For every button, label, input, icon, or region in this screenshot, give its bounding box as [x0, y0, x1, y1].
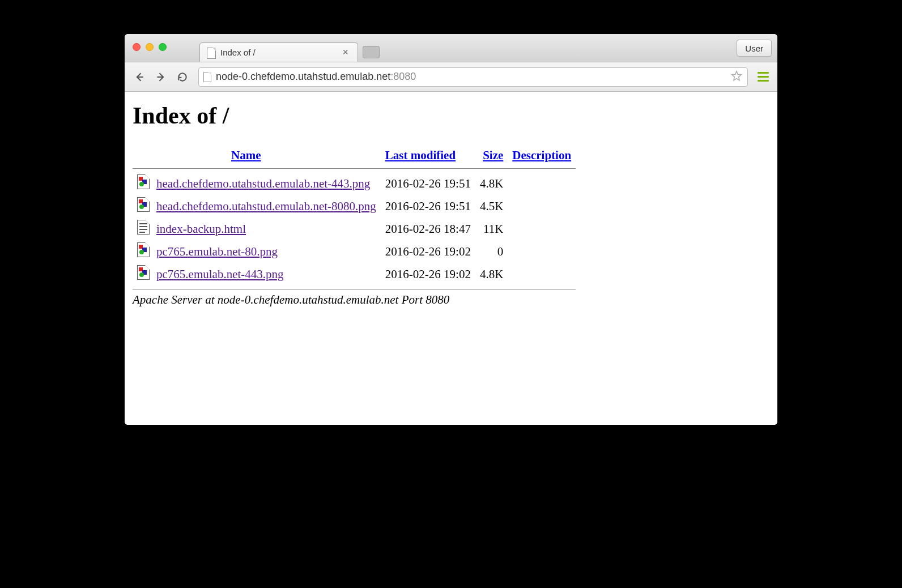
- text-file-icon: [137, 220, 150, 235]
- divider: [133, 168, 576, 169]
- bookmark-button[interactable]: [730, 70, 743, 84]
- address-bar[interactable]: node-0.chefdemo.utahstud.emulab.net:8080: [198, 67, 748, 87]
- window-minimize-button[interactable]: [146, 43, 154, 51]
- page-content: Index of / Name Last modified Size Descr…: [125, 92, 777, 425]
- file-description: [508, 195, 576, 218]
- reload-icon: [177, 71, 188, 83]
- window-zoom-button[interactable]: [159, 43, 167, 51]
- back-button[interactable]: [130, 68, 148, 86]
- file-link[interactable]: pc765.emulab.net-80.png: [156, 245, 278, 258]
- file-modified: 2016-02-26 19:51: [381, 172, 475, 195]
- file-link[interactable]: head.chefdemo.utahstud.emulab.net-443.pn…: [156, 177, 370, 190]
- window-close-button[interactable]: [133, 43, 141, 51]
- window-controls: [133, 43, 167, 51]
- arrow-left-icon: [134, 71, 145, 83]
- forward-button[interactable]: [152, 68, 170, 86]
- file-icon: [203, 72, 211, 82]
- image-file-icon: [137, 197, 150, 212]
- file-description: [508, 172, 576, 195]
- file-size: 4.8K: [475, 263, 508, 286]
- table-row: index-backup.html2016-02-26 18:4711K: [133, 218, 576, 240]
- sort-by-size-link[interactable]: Size: [483, 148, 503, 162]
- file-link[interactable]: index-backup.html: [156, 222, 246, 236]
- column-header-description: Description: [508, 146, 576, 165]
- new-tab-button[interactable]: [363, 46, 380, 58]
- image-file-icon: [137, 265, 150, 280]
- table-row: pc765.emulab.net-443.png2016-02-26 19:02…: [133, 263, 576, 286]
- file-modified: 2016-02-26 19:51: [381, 195, 475, 218]
- file-link[interactable]: head.chefdemo.utahstud.emulab.net-8080.p…: [156, 199, 376, 213]
- user-profile-label: User: [745, 44, 763, 53]
- divider: [133, 289, 576, 289]
- page-title: Index of /: [133, 102, 769, 129]
- file-description: [508, 263, 576, 286]
- hamburger-icon: [758, 72, 769, 74]
- browser-window: Index of / × User node-0.chefdemo.utahst…: [125, 34, 777, 425]
- table-header-row: Name Last modified Size Description: [133, 146, 576, 165]
- file-modified: 2016-02-26 19:02: [381, 263, 475, 286]
- file-modified: 2016-02-26 18:47: [381, 218, 475, 240]
- tab-strip: Index of / ×: [199, 34, 380, 62]
- star-icon: [730, 70, 743, 82]
- file-size: 11K: [475, 218, 508, 240]
- server-signature: Apache Server at node-0.chefdemo.utahstu…: [133, 293, 769, 307]
- titlebar: Index of / × User: [125, 34, 777, 62]
- url-port: :8080: [390, 71, 416, 82]
- file-description: [508, 240, 576, 263]
- sort-by-modified-link[interactable]: Last modified: [385, 148, 456, 162]
- table-row: pc765.emulab.net-80.png2016-02-26 19:020: [133, 240, 576, 263]
- column-header-modified: Last modified: [381, 146, 475, 165]
- image-file-icon: [137, 242, 150, 257]
- sort-by-description-link[interactable]: Description: [512, 148, 571, 162]
- browser-tab[interactable]: Index of / ×: [199, 42, 358, 62]
- close-icon[interactable]: ×: [340, 46, 351, 58]
- image-file-icon: [137, 174, 150, 189]
- arrow-right-icon: [155, 71, 167, 83]
- url-host: node-0.chefdemo.utahstud.emulab.net: [216, 71, 390, 82]
- file-icon: [207, 47, 216, 58]
- column-header-size: Size: [475, 146, 508, 165]
- sort-by-name-link[interactable]: Name: [231, 148, 261, 162]
- table-row: head.chefdemo.utahstud.emulab.net-443.pn…: [133, 172, 576, 195]
- column-header-name: Name: [152, 146, 381, 165]
- tab-title: Index of /: [220, 48, 335, 57]
- file-modified: 2016-02-26 19:02: [381, 240, 475, 263]
- table-row: head.chefdemo.utahstud.emulab.net-8080.p…: [133, 195, 576, 218]
- file-size: 4.8K: [475, 172, 508, 195]
- menu-button[interactable]: [755, 69, 772, 86]
- reload-button[interactable]: [173, 68, 192, 86]
- directory-listing-table: Name Last modified Size Description head…: [133, 146, 576, 293]
- file-size: 0: [475, 240, 508, 263]
- user-profile-button[interactable]: User: [737, 40, 772, 57]
- toolbar: node-0.chefdemo.utahstud.emulab.net:8080: [125, 62, 777, 92]
- file-link[interactable]: pc765.emulab.net-443.png: [156, 267, 284, 281]
- file-size: 4.5K: [475, 195, 508, 218]
- file-description: [508, 218, 576, 240]
- url-text[interactable]: node-0.chefdemo.utahstud.emulab.net:8080: [216, 71, 726, 83]
